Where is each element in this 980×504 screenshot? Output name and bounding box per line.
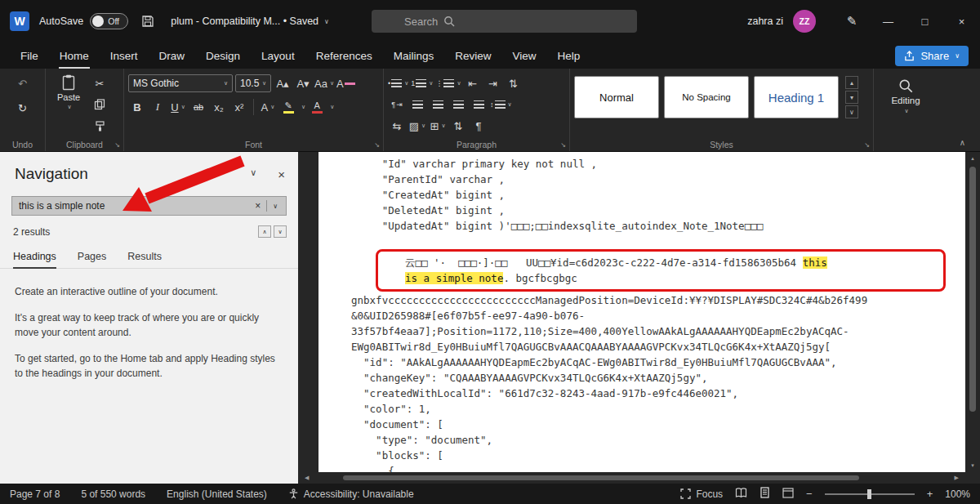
document-title[interactable]: plum - Compatibility M... • Saved xyxy=(171,16,318,27)
underline-button[interactable]: U∨ xyxy=(169,98,187,116)
shading-button[interactable]: ▨∨ xyxy=(408,117,426,135)
subscript-button[interactable]: x₂ xyxy=(210,98,228,116)
editing-group[interactable]: Editing ∨ xyxy=(874,69,938,151)
scroll-up-icon[interactable]: ▴ xyxy=(965,155,980,162)
maximize-button[interactable]: □ xyxy=(906,0,943,42)
tab-review[interactable]: Review xyxy=(444,42,501,69)
zoom-level[interactable]: 100% xyxy=(945,488,970,500)
font-color-chevron-icon[interactable]: ∨ xyxy=(330,104,334,110)
collapse-ribbon-icon[interactable]: ∧ xyxy=(960,138,965,147)
zoom-in-button[interactable]: + xyxy=(927,488,933,500)
increase-indent-button[interactable]: ⇥ xyxy=(484,74,502,92)
highlight-color-button[interactable]: ✎ xyxy=(279,98,297,116)
clear-search-icon[interactable]: × xyxy=(249,200,266,212)
justify-button[interactable] xyxy=(470,96,488,114)
search-box[interactable]: Search xyxy=(372,10,637,33)
page-indicator[interactable]: Page 7 of 8 xyxy=(10,488,60,500)
change-case-button[interactable]: Aa∨ xyxy=(314,74,334,92)
vertical-scroll-thumb[interactable] xyxy=(969,167,976,412)
undo-button[interactable]: ↶ xyxy=(14,74,32,92)
font-name-select[interactable]: MS Gothic ∨ xyxy=(128,74,233,92)
copy-button[interactable] xyxy=(91,96,109,114)
multilevel-list-button[interactable]: ⋮∨ xyxy=(435,74,461,92)
tab-layout[interactable]: Layout xyxy=(251,42,305,69)
paragraph-direction-button[interactable]: ⇆ xyxy=(388,117,406,135)
scroll-left-icon[interactable]: ◀ xyxy=(305,472,309,484)
scroll-down-icon[interactable]: ▾ xyxy=(965,462,980,469)
style-normal[interactable]: Normal xyxy=(574,76,659,118)
paste-button[interactable]: Paste ∨ xyxy=(50,74,87,138)
tab-mailings[interactable]: Mailings xyxy=(383,42,445,69)
align-center-button[interactable] xyxy=(429,96,447,114)
tab-view[interactable]: View xyxy=(501,42,546,69)
word-count[interactable]: 5 of 550 words xyxy=(81,488,145,500)
text-effects-button[interactable]: A∨ xyxy=(259,98,277,116)
scroll-right-icon[interactable]: ▶ xyxy=(955,472,959,484)
show-paragraph-marks-button[interactable]: ¶ xyxy=(470,117,488,135)
tab-pages[interactable]: Pages xyxy=(78,251,106,268)
styles-scroll-down-button[interactable]: ▾ xyxy=(845,91,858,104)
styles-more-button[interactable]: ∨ xyxy=(845,105,858,118)
sort-az-button[interactable]: ⇅ xyxy=(449,117,467,135)
align-left-button[interactable] xyxy=(408,96,426,114)
tab-help[interactable]: Help xyxy=(547,42,591,69)
styles-scroll-up-button[interactable]: ▴ xyxy=(845,76,858,89)
pane-chevron-icon[interactable]: ∨ xyxy=(250,167,256,181)
zoom-slider-thumb[interactable] xyxy=(867,489,871,499)
sort-button[interactable]: ⇅ xyxy=(505,74,523,92)
autosave-toggle[interactable]: Off xyxy=(90,13,128,29)
read-mode-button[interactable] xyxy=(735,488,747,501)
save-button[interactable] xyxy=(141,15,154,28)
clipboard-dialog-launcher-icon[interactable]: ↘ xyxy=(114,141,120,149)
tab-results[interactable]: Results xyxy=(127,251,162,268)
style-no-spacing[interactable]: No Spacing xyxy=(664,76,749,118)
numbering-button[interactable]: 1∨ xyxy=(411,74,433,92)
document-canvas[interactable]: "Id" varchar primary key not null , "Par… xyxy=(318,152,965,472)
minimize-button[interactable]: — xyxy=(870,0,906,42)
redo-button[interactable]: ↻ xyxy=(14,99,32,117)
user-name[interactable]: zahra zi xyxy=(747,16,783,27)
grow-font-button[interactable]: A▴ xyxy=(274,74,292,92)
tab-home[interactable]: Home xyxy=(49,42,100,69)
inking-icon[interactable]: ✎ xyxy=(834,0,870,42)
borders-button[interactable]: ⊞∨ xyxy=(429,117,447,135)
avatar[interactable]: ZZ xyxy=(793,10,816,33)
horizontal-scroll-thumb[interactable] xyxy=(343,475,859,480)
horizontal-scrollbar[interactable]: ◀ ▶ xyxy=(298,472,965,484)
bold-button[interactable]: B xyxy=(128,98,146,116)
language-indicator[interactable]: English (United States) xyxy=(167,488,267,500)
search-options-chevron-icon[interactable]: ∨ xyxy=(267,203,281,210)
accessibility-status[interactable]: Accessibility: Unavailable xyxy=(288,488,414,500)
line-spacing-button[interactable]: ↕∨ xyxy=(490,96,512,114)
format-painter-button[interactable] xyxy=(91,117,109,135)
cut-button[interactable]: ✂ xyxy=(91,74,109,92)
navigation-search-input[interactable]: this is a simple note × ∨ xyxy=(11,196,287,216)
font-size-select[interactable]: 10.5 ∨ xyxy=(235,74,271,92)
print-layout-button[interactable] xyxy=(760,487,770,501)
align-right-button[interactable] xyxy=(449,96,467,114)
paragraph-dialog-launcher-icon[interactable]: ↘ xyxy=(560,141,566,149)
clear-formatting-button[interactable]: A xyxy=(336,74,355,92)
next-result-button[interactable]: ∨ xyxy=(274,225,287,238)
tab-insert[interactable]: Insert xyxy=(100,42,149,69)
superscript-button[interactable]: x² xyxy=(230,98,248,116)
font-color-button[interactable]: A xyxy=(308,98,326,116)
strikethrough-button[interactable]: ab xyxy=(189,98,207,116)
tab-draw[interactable]: Draw xyxy=(149,42,196,69)
zoom-out-button[interactable]: − xyxy=(806,488,813,500)
close-button[interactable]: × xyxy=(943,0,980,42)
paste-chevron-icon[interactable]: ∨ xyxy=(67,104,71,110)
tab-file[interactable]: File xyxy=(10,42,49,69)
italic-button[interactable]: I xyxy=(149,98,167,116)
styles-dialog-launcher-icon[interactable]: ↘ xyxy=(864,141,870,149)
tab-design[interactable]: Design xyxy=(195,42,251,69)
focus-button[interactable]: Focus xyxy=(680,488,723,500)
style-heading1[interactable]: Heading 1 xyxy=(754,76,839,118)
shrink-font-button[interactable]: A▾ xyxy=(294,74,312,92)
tab-headings[interactable]: Headings xyxy=(13,251,56,268)
share-button[interactable]: Share ∨ xyxy=(895,46,969,66)
zoom-slider[interactable] xyxy=(825,493,915,495)
decrease-indent-button[interactable]: ⇤ xyxy=(464,74,482,92)
font-dialog-launcher-icon[interactable]: ↘ xyxy=(374,141,380,149)
pane-close-icon[interactable]: × xyxy=(278,167,285,181)
